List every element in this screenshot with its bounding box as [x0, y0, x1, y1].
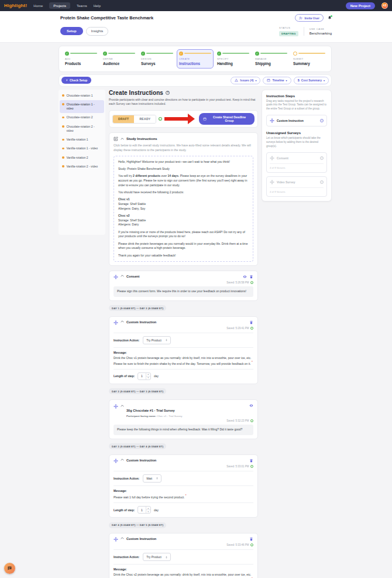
info-icon[interactable]: i	[320, 180, 324, 184]
stepper-step-audience[interactable]: ✓ DEFINE Audience	[101, 49, 137, 69]
message-box[interactable]: Please keep the following things in mind…	[114, 425, 253, 435]
select-arrows-icon	[166, 338, 167, 341]
calendar-icon	[267, 78, 270, 82]
top-navbar: Highlight! Home Projects Teams Help New …	[0, 0, 392, 11]
participant-facing-name: Participant facing name: Choc v1 - Trial…	[126, 415, 182, 418]
page-title: Create Instructions	[109, 90, 163, 96]
length-stepper[interactable]: 1 ▲▼	[137, 372, 151, 380]
study-instructions-editor[interactable]: Hello, Highlighter! Welcome to your prod…	[114, 156, 253, 262]
avatar[interactable]: AS	[381, 2, 388, 9]
chevron-up-icon[interactable]	[121, 138, 124, 140]
nav-home[interactable]: Home	[33, 4, 43, 8]
trash-icon[interactable]	[249, 320, 253, 324]
instruction-steps-description: Drag any tasks required for the project'…	[266, 100, 327, 112]
new-project-button[interactable]: New Project	[346, 2, 375, 9]
chat-bubble-icon	[7, 566, 12, 571]
sidebar-item-chocolate-rotation-1[interactable]: Chocolate-rotation 1	[60, 91, 104, 100]
check-icon: ✓	[103, 52, 107, 56]
check-setup-button[interactable]: Check Setup	[61, 77, 91, 84]
instruction-action-select[interactable]: Wait	[143, 474, 161, 483]
move-icon[interactable]	[114, 320, 118, 325]
draft-toggle-button[interactable]: DRAFT	[113, 115, 134, 123]
saved-timestamp: Saved: 5:33:01 PM	[226, 465, 249, 468]
trash-icon[interactable]	[249, 537, 253, 541]
use-case-value: Benchmarking	[310, 32, 332, 35]
bullet-dot-icon	[62, 94, 64, 97]
sidebar-item-chocolate-rotation-1-video[interactable]: Chocolate-rotation 1 - video	[60, 100, 104, 114]
eye-icon[interactable]	[249, 403, 253, 408]
stepper-step-products[interactable]: ✓ ADD Products	[63, 49, 99, 69]
edit-pencil-icon[interactable]	[114, 136, 118, 141]
sidebar-item-chocolate-rotation-2-video[interactable]: Chocolate-rotation 2 - video	[60, 122, 104, 136]
instruction-action-select[interactable]: Try Product	[143, 336, 171, 344]
move-icon[interactable]	[114, 275, 118, 279]
length-stepper[interactable]: 1 ▲▼	[137, 506, 151, 514]
card-title: Consent	[126, 275, 139, 278]
trash-icon[interactable]	[249, 275, 253, 279]
cost-summary-dropdown[interactable]: $ Cost Summary ▾	[294, 77, 329, 84]
tab-insights[interactable]: Insights	[86, 27, 109, 36]
help-icon[interactable]: ?	[166, 91, 170, 95]
message-label: Message:	[114, 489, 253, 493]
info-icon[interactable]: i	[320, 119, 324, 122]
chevron-up-icon[interactable]	[121, 537, 124, 539]
message-text[interactable]: Please wait 1 full day before trying the…	[114, 494, 253, 500]
tab-setup[interactable]: Setup	[60, 27, 83, 35]
chevron-up-icon[interactable]	[121, 275, 124, 277]
timeline-dropdown[interactable]: Timeline ▾	[263, 77, 291, 84]
bullet-dot-icon	[62, 117, 64, 119]
message-text[interactable]: Drink the Choc v2 protein beverage as yo…	[114, 573, 253, 578]
stepper-step-shipping[interactable]: ✓ MANAGE Shipping	[253, 49, 290, 69]
move-icon[interactable]	[114, 404, 118, 409]
chevron-up-icon[interactable]	[121, 459, 124, 461]
invite-user-button[interactable]: Invite User	[295, 14, 324, 22]
sidebar-item-chocolate-rotation-2[interactable]: Chocolate-rotation 2	[60, 113, 104, 122]
draft-ready-toggle: DRAFT READY	[112, 115, 156, 124]
required-asterisk: *	[185, 494, 187, 497]
required-asterisk: *	[252, 361, 253, 364]
brand-logo: Highlight!	[4, 3, 27, 8]
instruction-action-select[interactable]: Try Product	[143, 553, 171, 561]
bullet-dot-icon	[62, 125, 64, 128]
create-shared-deadline-group-button[interactable]: Create Shared Deadline Group	[199, 113, 255, 125]
person-plus-icon	[299, 16, 302, 20]
notification-bell-icon[interactable]	[328, 16, 332, 20]
message-text[interactable]: Drink the Choc v1 protein beverage as yo…	[114, 356, 253, 366]
unassigned-video-survey-card[interactable]: Video Survey i 4 of 8 Variants	[266, 176, 327, 197]
stepper-down-icon[interactable]: ▼	[146, 509, 150, 513]
move-icon	[270, 156, 274, 160]
chevron-up-icon[interactable]	[121, 320, 124, 323]
issues-dropdown[interactable]: Issues (4) ▾	[231, 77, 260, 84]
chat-widget-button[interactable]	[4, 563, 15, 574]
custom-instruction-card: Custom Instruction Saved: 5:33:01 PM✓ In…	[109, 454, 258, 518]
sidebar-item-vanilla-rotation-2[interactable]: Vanilla-rotation 2	[60, 153, 104, 162]
trash-icon[interactable]	[249, 459, 253, 463]
sidebar-item-vanilla-rotation-1-video[interactable]: Vanilla-rotation 1 - video	[60, 144, 104, 153]
unassigned-consent-card[interactable]: Consent i 4 of 8 Variants	[266, 152, 327, 173]
length-unit: day	[154, 508, 159, 512]
saved-check-icon: ✓	[250, 419, 253, 422]
stepper-down-icon[interactable]: ▼	[146, 376, 150, 379]
nav-projects[interactable]: Projects	[49, 2, 70, 9]
info-icon[interactable]: i	[320, 156, 324, 160]
nav-teams[interactable]: Teams	[77, 4, 87, 8]
custom-instruction-drag-card[interactable]: Custom Instruction i	[266, 115, 327, 126]
sidebar-item-vanilla-rotation-1[interactable]: Vanilla-rotation 1	[60, 135, 104, 144]
chevron-down-icon: ▾	[255, 79, 256, 82]
message-box[interactable]: Please sign this consent form. We requir…	[114, 286, 253, 297]
saved-timestamp: Saved: 5:32:23 PM	[226, 419, 249, 422]
move-icon[interactable]	[114, 459, 118, 463]
chevron-up-icon[interactable]	[121, 405, 124, 407]
instruction-steps-panel: Instruction Steps Drag any tasks require…	[262, 90, 332, 202]
stepper-step-handling[interactable]: ✓ SPECIFY Handling	[215, 49, 252, 69]
stepper-step-instructions[interactable]: ✓ CREATE Instructions	[177, 49, 214, 69]
nav-help[interactable]: Help	[94, 4, 101, 8]
custom-instruction-card: Custom Instruction Saved: 5:33:46 PM✓ In…	[109, 533, 258, 578]
sidebar-item-vanilla-rotation-2-video[interactable]: Vanilla-rotation 2 - video	[60, 162, 104, 171]
stepper-step-surveys[interactable]: ✓ DESIGN Surveys	[139, 49, 176, 69]
status-toggle-row: DRAFT READY ✓ Create Shared Deadline Gro…	[109, 110, 258, 128]
stepper-step-summary[interactable]: SUBMIT Summary	[291, 49, 328, 69]
ready-toggle-button[interactable]: READY	[134, 115, 156, 123]
move-icon[interactable]	[114, 537, 118, 542]
eye-icon[interactable]	[243, 275, 247, 279]
